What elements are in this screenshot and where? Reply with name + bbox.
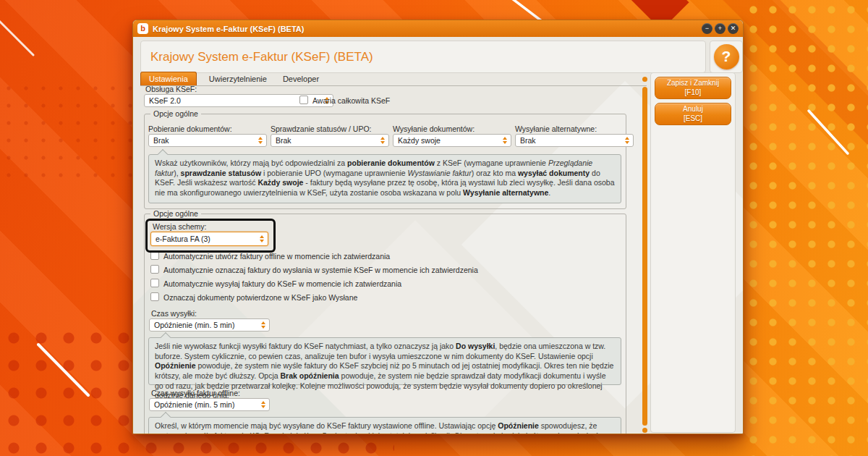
scroll-down-dot[interactable] [642,428,647,433]
scrollbar-thumb[interactable] [642,87,647,426]
wersja-schemy-value: e-Faktura FA (3) [156,235,210,243]
tab-strip: Ustawienia Uwierzytelnienie Developer [140,72,647,86]
spinner-arrows-icon [261,401,265,408]
czas-offline-select[interactable]: Opóźnienie (min. 5 min) [149,398,270,411]
czas-wysylki-value: Opóźnienie (min. 5 min) [154,321,234,329]
wersja-schemy-select[interactable]: e-Faktura FA (3) [150,232,268,246]
vertical-scrollbar[interactable] [642,77,648,433]
scroll-up-dot[interactable] [642,77,647,82]
awaria-checkbox-label: Awaria całkowita KSeF [312,96,390,105]
tab-developer[interactable]: Developer [275,72,327,85]
close-button[interactable]: ✕ [728,23,739,34]
checkbox-oznaczaj-do-wyslania-label: Automatycznie oznaczaj faktury do wysłan… [163,266,478,274]
czas-offline-value: Opóźnienie (min. 5 min) [154,400,234,409]
header-panel: Krajowy System e-Faktur (KSeF) (BETA) [140,41,706,73]
help-panel: ? [710,41,743,73]
save-close-button-shortcut: [F10] [655,88,731,98]
window-titlebar: b Krajowy System e-Faktur (KSeF) (BETA) … [133,20,743,37]
tab-ustawienia[interactable]: Ustawienia [140,72,197,85]
spinner-arrows-icon [503,137,507,144]
pobieranie-value: Brak [153,136,169,145]
spinner-arrows-icon [260,235,264,242]
alternatywne-value: Brak [520,136,536,145]
help-button[interactable]: ? [714,44,739,69]
spinner-arrows-icon [380,137,385,144]
checkbox-oznaczaj-do-wyslania[interactable] [150,265,159,274]
checkbox-oznaczaj-potwierdzone[interactable] [150,292,159,301]
spinner-arrows-icon [625,137,629,144]
group1-info-box: Wskaż użytkowników, którzy mają być odpo… [148,154,621,203]
tab-uwierzytelnienie[interactable]: Uwierzytelnienie [201,72,275,85]
pobieranie-label: Pobieranie dokumentów: [148,124,232,133]
czas-wysylki-info-box: Jeśli nie wywołasz funkcji wysyłki faktu… [148,337,621,385]
app-logo-icon: b [137,23,148,34]
alternatywne-label: Wysyłanie alternatywne: [515,124,597,133]
maximize-button[interactable]: + [715,23,726,34]
settings-content: Obsługa KSeF: KSeF 2.0 Awaria całkowita … [133,86,647,434]
checkbox-wysylaj-automatycznie-label: Automatycznie wysyłaj faktury do KSeF w … [163,279,401,288]
checkbox-wysylaj-automatycznie[interactable] [150,279,159,287]
spinner-arrows-icon [261,321,265,329]
czas-wysylki-select[interactable]: Opóźnienie (min. 5 min) [149,318,270,332]
window-title: Krajowy System e-Faktur (KSeF) (BETA) [153,25,699,33]
cancel-button[interactable]: Anuluj [ESC] [655,103,731,125]
obsluga-ksef-value: KSeF 2.0 [149,96,181,105]
sprawdzanie-label: Sprawdzanie statusów / UPO: [271,124,371,133]
czas-offline-label: Czas wysyłki faktur offline: [151,389,240,397]
awaria-checkbox[interactable] [299,96,308,104]
page-title: Krajowy System e-Faktur (KSeF) (BETA) [141,50,373,64]
minimize-button[interactable]: − [702,23,712,34]
wysylanie-value: Każdy swoje [398,136,441,145]
group1-legend: Opcje ogólne [150,109,201,118]
czas-offline-info-box: Określ, w którym momencie mają być wysył… [148,417,621,434]
application-window: b Krajowy System e-Faktur (KSeF) (BETA) … [132,20,744,434]
czas-wysylki-label: Czas wysyłki: [151,309,197,318]
checkbox-oznaczaj-potwierdzone-label: Oznaczaj dokumenty potwierdzone w KSeF j… [163,293,357,302]
cancel-button-label: Anuluj [655,105,731,114]
pobieranie-select[interactable]: Brak [148,134,267,147]
spinner-arrows-icon [258,137,263,144]
action-sidebar: Zapisz i Zamknij [F10] Anuluj [ESC] [650,72,736,433]
desktop-background: b Krajowy System e-Faktur (KSeF) (BETA) … [0,0,868,456]
halftone-dots-top-right [744,0,868,456]
checkbox-utworz-offline[interactable] [150,251,159,260]
wysylanie-select[interactable]: Każdy swoje [393,134,511,147]
wersja-schemy-label: Wersja schemy: [153,222,207,231]
alternatywne-select[interactable]: Brak [515,134,634,147]
group1-info-text: Wskaż użytkowników, którzy mają być odpo… [155,159,615,197]
wysylanie-label: Wysyłanie dokumentów: [393,124,475,133]
sprawdzanie-select[interactable]: Brak [271,134,389,147]
group2-legend: Opcje ogólne [150,209,201,218]
czas-offline-info-text: Określ, w którym momencie mają być wysył… [155,421,608,434]
save-close-button-label: Zapisz i Zamknij [655,79,731,88]
save-close-button[interactable]: Zapisz i Zamknij [F10] [655,77,731,99]
cancel-button-shortcut: [ESC] [655,114,731,124]
checkbox-utworz-offline-label: Automatycznie utwórz faktury offline w m… [163,252,390,261]
sprawdzanie-value: Brak [276,136,292,145]
